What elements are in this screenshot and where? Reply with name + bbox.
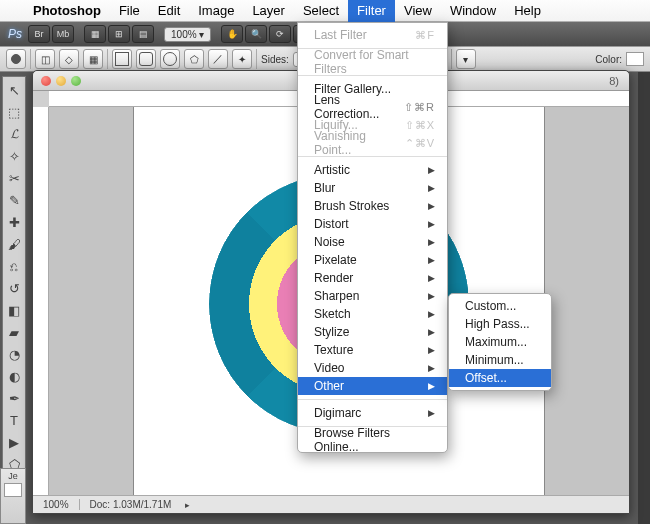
dodge-tool[interactable]: ◐ — [3, 365, 25, 387]
filter-browse-online[interactable]: Browse Filters Online... — [298, 431, 447, 449]
rect-shape-button[interactable] — [112, 49, 132, 69]
zoom-level-field[interactable]: 100% ▾ — [164, 27, 211, 42]
ellipse-shape-button[interactable] — [160, 49, 180, 69]
minibridge-button[interactable]: Mb — [52, 25, 74, 43]
quick-select-tool[interactable]: ✧ — [3, 145, 25, 167]
path-select-tool[interactable]: ▶ — [3, 431, 25, 453]
blur-tool[interactable]: ◔ — [3, 343, 25, 365]
other-maximum[interactable]: Maximum... — [449, 333, 551, 351]
window-minimize-button[interactable] — [56, 76, 66, 86]
crop-tool[interactable]: ✂ — [3, 167, 25, 189]
collapsed-panels[interactable] — [638, 72, 650, 524]
menubar-layer[interactable]: Layer — [243, 0, 294, 22]
eraser-tool[interactable]: ◧ — [3, 299, 25, 321]
menubar-file[interactable]: File — [110, 0, 149, 22]
marquee-tool[interactable]: ⬚ — [3, 101, 25, 123]
view-grid-button[interactable]: ▤ — [132, 25, 154, 43]
window-close-button[interactable] — [41, 76, 51, 86]
history-brush-tool[interactable]: ↺ — [3, 277, 25, 299]
custom-shape-button[interactable]: ✦ — [232, 49, 252, 69]
filter-brush-strokes[interactable]: Brush Strokes▶ — [298, 197, 447, 215]
move-tool[interactable]: ↖ — [3, 79, 25, 101]
shape-layers-button[interactable]: ◫ — [35, 49, 55, 69]
style-picker-button[interactable]: ▾ — [456, 49, 476, 69]
document-title-suffix: 8) — [609, 75, 619, 87]
rounded-rect-shape-button[interactable] — [136, 49, 156, 69]
filter-sharpen[interactable]: Sharpen▶ — [298, 287, 447, 305]
history-thumb — [4, 483, 22, 497]
polygon-shape-button[interactable]: ⬠ — [184, 49, 204, 69]
status-arrow-icon[interactable]: ▸ — [181, 500, 190, 510]
window-zoom-button[interactable] — [71, 76, 81, 86]
filter-vanishing-point: Vanishing Point...⌃⌘V — [298, 134, 447, 152]
line-shape-button[interactable]: ／ — [208, 49, 228, 69]
filter-digimarc[interactable]: Digimarc▶ — [298, 404, 447, 422]
menubar-app[interactable]: Photoshop — [24, 0, 110, 22]
menubar-edit[interactable]: Edit — [149, 0, 189, 22]
view-extras-button[interactable]: ▦ — [84, 25, 106, 43]
stamp-tool[interactable]: ⎌ — [3, 255, 25, 277]
pen-tool[interactable]: ✒ — [3, 387, 25, 409]
menubar-window[interactable]: Window — [441, 0, 505, 22]
type-tool[interactable]: T — [3, 409, 25, 431]
other-offset[interactable]: Offset... — [449, 369, 551, 387]
color-label: Color: — [595, 54, 622, 65]
zoom-tool-button[interactable]: 🔍 — [245, 25, 267, 43]
rotate-view-button[interactable]: ⟳ — [269, 25, 291, 43]
filter-distort[interactable]: Distort▶ — [298, 215, 447, 233]
lasso-tool[interactable]: 𝓛 — [3, 123, 25, 145]
menubar-view[interactable]: View — [395, 0, 441, 22]
healing-tool[interactable]: ✚ — [3, 211, 25, 233]
photoshop-logo-icon: Ps — [4, 27, 26, 41]
fill-pixels-button[interactable]: ▦ — [83, 49, 103, 69]
menubar-image[interactable]: Image — [189, 0, 243, 22]
status-zoom[interactable]: 100% — [33, 499, 79, 510]
brush-tool[interactable]: 🖌 — [3, 233, 25, 255]
filter-last: Last Filter⌘F — [298, 26, 447, 44]
menubar-select[interactable]: Select — [294, 0, 348, 22]
mac-menubar: Photoshop File Edit Image Layer Select F… — [0, 0, 650, 22]
filter-convert-smart: Convert for Smart Filters — [298, 53, 447, 71]
filter-sketch[interactable]: Sketch▶ — [298, 305, 447, 323]
menubar-help[interactable]: Help — [505, 0, 550, 22]
other-high-pass[interactable]: High Pass... — [449, 315, 551, 333]
ruler-vertical[interactable] — [33, 107, 49, 495]
paths-button[interactable]: ◇ — [59, 49, 79, 69]
menubar-filter[interactable]: Filter — [348, 0, 395, 22]
tools-palette: ↖ ⬚ 𝓛 ✧ ✂ ✎ ✚ 🖌 ⎌ ↺ ◧ ▰ ◔ ◐ ✒ T ▶ ⬠ — [2, 76, 26, 500]
other-minimum[interactable]: Minimum... — [449, 351, 551, 369]
hand-tool-button[interactable]: ✋ — [221, 25, 243, 43]
filter-stylize[interactable]: Stylize▶ — [298, 323, 447, 341]
filter-pixelate[interactable]: Pixelate▶ — [298, 251, 447, 269]
gradient-tool[interactable]: ▰ — [3, 321, 25, 343]
filter-blur[interactable]: Blur▶ — [298, 179, 447, 197]
filter-video[interactable]: Video▶ — [298, 359, 447, 377]
filter-artistic[interactable]: Artistic▶ — [298, 161, 447, 179]
filter-lens-correction[interactable]: Lens Correction...⇧⌘R — [298, 98, 447, 116]
document-status-bar: 100% Doc: 1.03M/1.71M ▸ — [33, 495, 629, 513]
color-swatch[interactable] — [626, 52, 644, 66]
filter-texture[interactable]: Texture▶ — [298, 341, 447, 359]
filter-render[interactable]: Render▶ — [298, 269, 447, 287]
history-panel-collapsed[interactable]: Je — [0, 468, 26, 524]
filter-other[interactable]: Other▶ — [298, 377, 447, 395]
status-docsize[interactable]: Doc: 1.03M/1.71M — [79, 499, 182, 510]
other-custom[interactable]: Custom... — [449, 297, 551, 315]
filter-menu-dropdown: Last Filter⌘F Convert for Smart Filters … — [297, 22, 448, 453]
eyedropper-tool[interactable]: ✎ — [3, 189, 25, 211]
sides-label: Sides: — [261, 54, 289, 65]
tool-preset-button[interactable] — [6, 49, 26, 69]
filter-other-submenu: Custom... High Pass... Maximum... Minimu… — [448, 293, 552, 391]
bridge-button[interactable]: Br — [28, 25, 50, 43]
filter-noise[interactable]: Noise▶ — [298, 233, 447, 251]
view-guides-button[interactable]: ⊞ — [108, 25, 130, 43]
